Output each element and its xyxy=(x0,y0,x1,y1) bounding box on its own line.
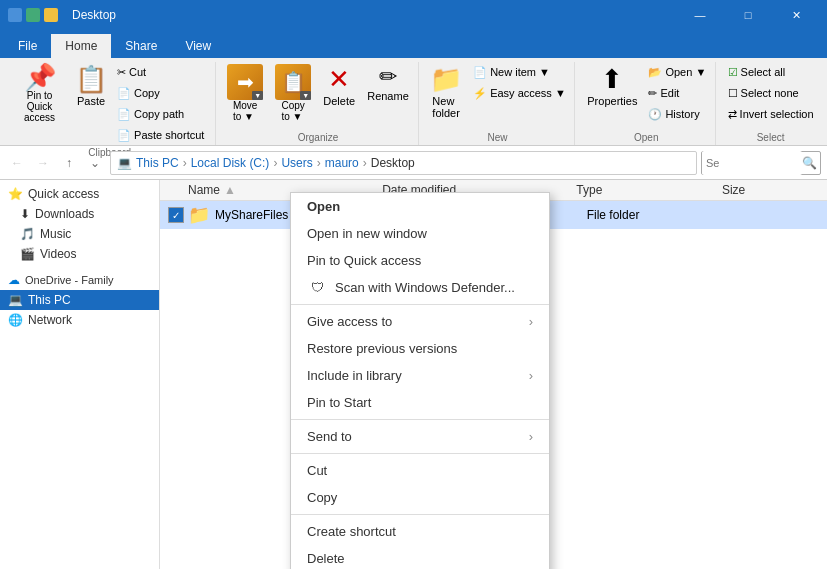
breadcrumb-local-disk[interactable]: Local Disk (C:) xyxy=(191,156,270,170)
sidebar-item-onedrive[interactable]: ☁ OneDrive - Family xyxy=(0,270,159,290)
new-item-label: New item ▼ xyxy=(490,66,550,78)
sidebar-item-downloads[interactable]: ⬇ Downloads xyxy=(0,204,159,224)
quick-access-icon: ⭐ xyxy=(8,187,23,201)
properties-button[interactable]: ⬆ Properties xyxy=(583,62,641,109)
history-button[interactable]: 🕐 History xyxy=(645,104,709,124)
close-button[interactable]: ✕ xyxy=(773,0,819,30)
new-item-button[interactable]: 📄 New item ▼ xyxy=(470,62,569,82)
network-label: Network xyxy=(28,313,72,327)
ctx-create-shortcut-label: Create shortcut xyxy=(307,524,396,539)
ribbon-group-open: ⬆ Properties 📂 Open ▼ ✏ Edit 🕐 History O… xyxy=(577,62,716,145)
invert-label: Invert selection xyxy=(740,108,814,120)
invert-selection-button[interactable]: ⇄ Invert selection xyxy=(725,104,817,124)
sidebar-item-this-pc[interactable]: 💻 This PC xyxy=(0,290,159,310)
pin-to-quick-button[interactable]: 📌 Pin to Quickaccess xyxy=(12,62,67,125)
copy-path-button[interactable]: 📄 Copy path xyxy=(114,104,207,124)
properties-label: Properties xyxy=(587,95,637,107)
ribbon-group-new: 📁 Newfolder 📄 New item ▼ ⚡ Easy access ▼… xyxy=(421,62,576,145)
this-pc-label: This PC xyxy=(28,293,71,307)
select-none-button[interactable]: ☐ Select none xyxy=(725,83,817,103)
ctx-copy[interactable]: Copy xyxy=(291,484,549,511)
breadcrumb-mauro[interactable]: mauro xyxy=(325,156,359,170)
quick-access-label: Quick access xyxy=(28,187,99,201)
easy-access-button[interactable]: ⚡ Easy access ▼ xyxy=(470,83,569,103)
ctx-send-to[interactable]: Send to › xyxy=(291,423,549,450)
network-icon: 🌐 xyxy=(8,313,23,327)
rename-button[interactable]: ✏ Rename xyxy=(363,62,413,104)
title-text: Desktop xyxy=(72,8,671,22)
pin-label: Pin to Quickaccess xyxy=(16,90,63,123)
paste-shortcut-icon: 📄 xyxy=(117,129,131,142)
select-all-label: Select all xyxy=(741,66,786,78)
move-to-button[interactable]: ➡ ▼ Moveto ▼ xyxy=(223,62,267,124)
file-list: Name ▲ Date modified Type Size ✓ 📁 MySha… xyxy=(160,180,827,569)
ctx-cut[interactable]: Cut xyxy=(291,457,549,484)
ctx-create-shortcut[interactable]: Create shortcut xyxy=(291,518,549,545)
recent-button[interactable]: ⌄ xyxy=(84,152,106,174)
title-bar: Desktop — □ ✕ xyxy=(0,0,827,30)
cut-icon: ✂ xyxy=(117,66,126,79)
minimize-button[interactable]: — xyxy=(677,0,723,30)
col-header-size[interactable]: Size xyxy=(722,183,819,197)
sidebar-item-network[interactable]: 🌐 Network xyxy=(0,310,159,330)
forward-button[interactable]: → xyxy=(32,152,54,174)
copy-button[interactable]: 📄 Copy xyxy=(114,83,207,103)
downloads-label: Downloads xyxy=(35,207,94,221)
tab-file[interactable]: File xyxy=(4,34,51,58)
move-to-label: Moveto ▼ xyxy=(233,100,257,122)
ctx-open-new-window[interactable]: Open in new window xyxy=(291,220,549,247)
sidebar-item-videos[interactable]: 🎬 Videos xyxy=(0,244,159,264)
ctx-pin-start[interactable]: Pin to Start xyxy=(291,389,549,416)
ctx-divider-2 xyxy=(291,419,549,420)
ctx-cut-label: Cut xyxy=(307,463,327,478)
search-input[interactable] xyxy=(702,151,802,175)
history-icon: 🕐 xyxy=(648,108,662,121)
ctx-give-access-arrow: › xyxy=(529,314,533,329)
up-button[interactable]: ↑ xyxy=(58,152,80,174)
open-label: Open xyxy=(634,130,658,143)
tab-home[interactable]: Home xyxy=(51,34,111,58)
file-checkbox[interactable]: ✓ xyxy=(168,207,184,223)
file-folder-icon: 📁 xyxy=(188,204,210,226)
new-content: 📁 Newfolder 📄 New item ▼ ⚡ Easy access ▼ xyxy=(426,62,569,130)
delete-button[interactable]: ✕ Delete xyxy=(319,62,359,109)
new-folder-button[interactable]: 📁 Newfolder xyxy=(426,62,466,121)
select-col: ☑ Select all ☐ Select none ⇄ Invert sele… xyxy=(725,62,817,124)
open-icon: 📂 xyxy=(648,66,662,79)
ctx-scan-defender[interactable]: 🛡 Scan with Windows Defender... xyxy=(291,274,549,301)
ctx-open[interactable]: Open xyxy=(291,193,549,220)
edit-button[interactable]: ✏ Edit xyxy=(645,83,709,103)
invert-icon: ⇄ xyxy=(728,108,737,121)
edit-icon: ✏ xyxy=(648,87,657,100)
ctx-pin-quick-access[interactable]: Pin to Quick access xyxy=(291,247,549,274)
select-all-icon: ☑ xyxy=(728,66,738,79)
open-dropdown-button[interactable]: 📂 Open ▼ xyxy=(645,62,709,82)
select-all-button[interactable]: ☑ Select all xyxy=(725,62,817,82)
tab-view[interactable]: View xyxy=(171,34,225,58)
ctx-delete[interactable]: Delete xyxy=(291,545,549,569)
move-to-icon: ➡ xyxy=(237,70,254,94)
paste-shortcut-button[interactable]: 📄 Paste shortcut xyxy=(114,125,207,145)
breadcrumb-this-pc[interactable]: This PC xyxy=(136,156,179,170)
sidebar: ⭐ Quick access ⬇ Downloads 🎵 Music 🎬 Vid… xyxy=(0,180,160,569)
rename-icon: ✏ xyxy=(379,64,397,90)
breadcrumb-desktop: Desktop xyxy=(371,156,415,170)
back-button[interactable]: ← xyxy=(6,152,28,174)
copy-to-button[interactable]: 📋 ▼ Copyto ▼ xyxy=(271,62,315,124)
ctx-give-access[interactable]: Give access to › xyxy=(291,308,549,335)
breadcrumb: 💻 This PC › Local Disk (C:) › Users › ma… xyxy=(110,151,697,175)
sidebar-item-music[interactable]: 🎵 Music xyxy=(0,224,159,244)
tab-share[interactable]: Share xyxy=(111,34,171,58)
maximize-button[interactable]: □ xyxy=(725,0,771,30)
select-label: Select xyxy=(757,130,785,143)
col-header-type[interactable]: Type xyxy=(576,183,722,197)
breadcrumb-users[interactable]: Users xyxy=(281,156,312,170)
ctx-restore-versions[interactable]: Restore previous versions xyxy=(291,335,549,362)
history-label: History xyxy=(665,108,699,120)
ctx-include-library[interactable]: Include in library › xyxy=(291,362,549,389)
ctx-include-library-label: Include in library xyxy=(307,368,402,383)
cut-button[interactable]: ✂ Cut xyxy=(114,62,207,82)
onedrive-icon: ☁ xyxy=(8,273,20,287)
paste-button[interactable]: 📋 Paste xyxy=(71,62,111,145)
sidebar-item-quick-access[interactable]: ⭐ Quick access xyxy=(0,184,159,204)
